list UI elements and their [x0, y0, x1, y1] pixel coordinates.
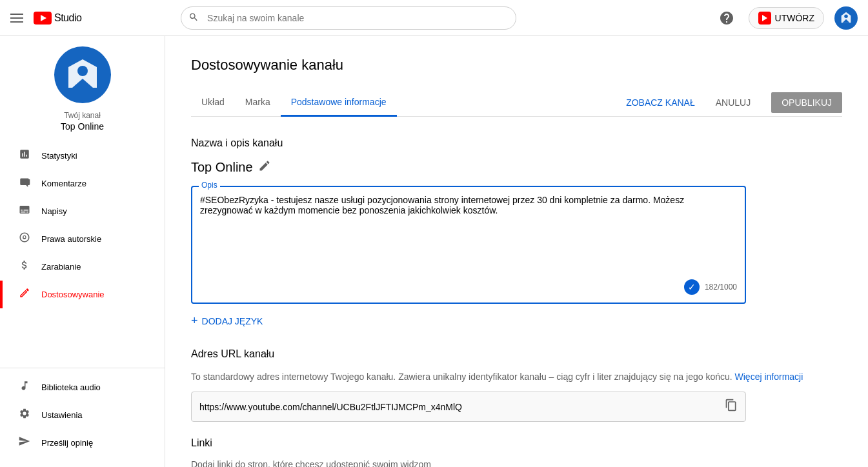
cancel-button[interactable]: ANULUJ [705, 92, 761, 113]
tab-uklad[interactable]: Układ [191, 89, 235, 117]
channel-avatar[interactable] [54, 46, 111, 103]
sidebar-item-label: Zarabianie [41, 262, 81, 272]
help-button[interactable] [715, 6, 738, 30]
avatar-icon [839, 11, 853, 25]
sidebar-item-biblioteka-audio[interactable]: Biblioteka audio [0, 373, 165, 401]
logo: Studio [34, 12, 81, 25]
description-box: Opis ✓ 182/1000 [191, 186, 746, 304]
sidebar-item-label: Komentarze [41, 179, 86, 188]
sidebar-item-ustawienia[interactable]: Ustawienia [0, 401, 165, 429]
svg-point-2 [844, 14, 848, 18]
feedback-icon [18, 435, 31, 450]
description-label: Opis [199, 181, 220, 190]
main-content: Dostosowywanie kanału Układ Marka Podsta… [165, 36, 868, 467]
sidebar-nav: Statystyki Komentarze Napisy Prawa autor… [0, 142, 165, 308]
search-bar [181, 6, 516, 30]
publish-button[interactable]: OPUBLIKUJ [771, 92, 842, 113]
copy-icon[interactable] [725, 399, 738, 415]
char-count: 182/1000 [705, 283, 737, 292]
add-language-button[interactable]: + DODAJ JĘZYK [191, 314, 842, 328]
audio-library-icon [18, 380, 31, 395]
channel-label: Twój kanał [64, 111, 101, 120]
create-label: UTWÓRZ [775, 13, 814, 23]
create-button[interactable]: UTWÓRZ [749, 7, 824, 29]
description-footer: ✓ 182/1000 [200, 279, 737, 295]
studio-label: Studio [54, 12, 81, 24]
stats-icon [18, 148, 31, 163]
hamburger-icon[interactable] [10, 14, 23, 23]
sidebar-item-label: Prześlij opinię [41, 438, 93, 448]
edit-name-icon[interactable] [258, 159, 271, 175]
settings-icon [18, 408, 31, 422]
url-value: https://www.youtube.com/channel/UCBu2Ftl… [199, 402, 720, 412]
copyright-icon [18, 232, 31, 246]
subtitles-icon [18, 204, 31, 219]
links-description: Dodaj linki do stron, które chcesz udost… [191, 459, 842, 467]
sidebar-item-label: Statystyki [41, 151, 77, 161]
check-icon: ✓ [684, 279, 700, 295]
description-textarea[interactable] [200, 195, 737, 272]
channel-avatar-icon [65, 57, 101, 93]
youtube-logo-icon [34, 12, 52, 25]
sidebar-item-label: Dostosowywanie [41, 290, 105, 299]
comments-icon [18, 176, 31, 191]
name-description-title: Nazwa i opis kanału [191, 137, 842, 149]
search-input[interactable] [181, 6, 516, 30]
sidebar-item-label: Prawa autorskie [41, 234, 101, 244]
channel-name-row: Top Online [191, 159, 842, 175]
customize-icon [18, 287, 31, 302]
plus-icon: + [191, 314, 198, 328]
channel-name-sidebar: Top Online [61, 121, 104, 132]
tab-actions: ZOBACZ KANAŁ ANULUJ OPUBLIKUJ [626, 92, 842, 113]
sidebar-item-dostosowywanie[interactable]: Dostosowywanie [0, 281, 165, 308]
sidebar-item-label: Ustawienia [41, 410, 83, 420]
create-video-icon [758, 12, 771, 25]
sidebar-bottom: Biblioteka audio Ustawienia Prześlij opi… [0, 368, 165, 457]
avatar[interactable] [834, 6, 858, 30]
search-icon [188, 12, 199, 24]
more-info-link[interactable]: Więcej informacji [735, 372, 803, 382]
url-input-row: https://www.youtube.com/channel/UCBu2Ftl… [191, 392, 746, 422]
monetization-icon [18, 259, 31, 274]
sidebar-item-label: Biblioteka audio [41, 383, 101, 392]
links-section: Linki Dodaj linki do stron, które chcesz… [191, 437, 842, 467]
name-description-section: Nazwa i opis kanału Top Online Opis ✓ 18… [191, 137, 842, 328]
page-title: Dostosowywanie kanału [191, 57, 842, 74]
sidebar-item-napisy[interactable]: Napisy [0, 197, 165, 225]
url-description: To standardowy adres internetowy Twojego… [191, 370, 842, 384]
url-section-title: Adres URL kanału [191, 348, 842, 360]
tab-marka[interactable]: Marka [235, 89, 281, 117]
url-section: Adres URL kanału To standardowy adres in… [191, 348, 842, 422]
sidebar-item-komentarze[interactable]: Komentarze [0, 170, 165, 197]
sidebar-item-label: Napisy [41, 206, 67, 216]
header-left: Studio [10, 12, 81, 25]
links-section-title: Linki [191, 437, 842, 449]
tab-podstawowe-informacje[interactable]: Podstawowe informacje [281, 89, 397, 117]
view-channel-button[interactable]: ZOBACZ KANAŁ [626, 92, 695, 113]
header-right: UTWÓRZ [715, 6, 858, 30]
add-language-label: DODAJ JĘZYK [202, 316, 263, 326]
channel-display-name: Top Online [191, 160, 253, 175]
sidebar-item-zarabianie[interactable]: Zarabianie [0, 253, 165, 281]
sidebar-item-przeslij-opinie[interactable]: Prześlij opinię [0, 429, 165, 457]
sidebar-item-prawa-autorskie[interactable]: Prawa autorskie [0, 225, 165, 253]
svg-point-3 [77, 66, 88, 76]
layout: Twój kanał Top Online Statystyki Komenta… [0, 36, 868, 467]
header: Studio UTWÓRZ [0, 0, 868, 36]
tabs-bar: Układ Marka Podstawowe informacje ZOBACZ… [191, 89, 842, 117]
sidebar: Twój kanał Top Online Statystyki Komenta… [0, 36, 165, 467]
sidebar-item-statystyki[interactable]: Statystyki [0, 142, 165, 170]
